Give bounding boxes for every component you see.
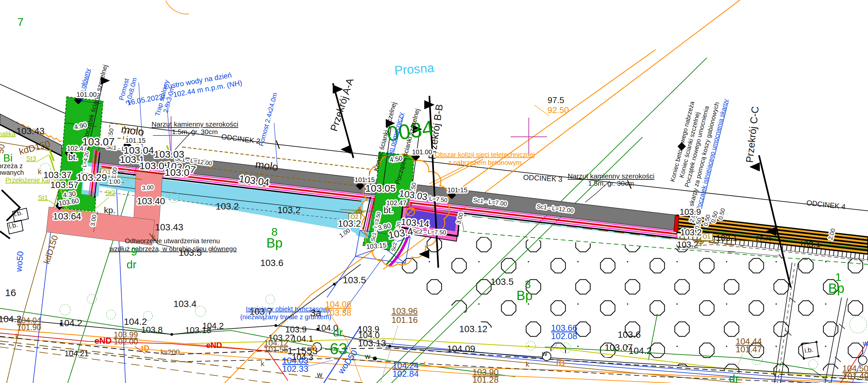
map-label: Obszar kolizji sieci teletechnicznej: [435, 151, 535, 158]
map-label: i.b.: [804, 346, 813, 354]
map-label: eND: [206, 341, 222, 350]
map-label: 103.0: [164, 167, 189, 178]
map-label: tD: [141, 344, 149, 353]
gravel-hatch-field: [378, 233, 868, 377]
map-label: Prosna: [394, 61, 435, 77]
map-label: Narzut kamienny szerokości: [568, 172, 655, 180]
map-label: 1.5m, gr. 30cm: [588, 179, 634, 187]
map-label: ODCINEK 3: [523, 173, 563, 183]
map-label: 103.5: [491, 276, 514, 287]
map-label: 103.5: [179, 247, 202, 258]
map-label: Bi: [3, 152, 12, 164]
map-label: k: [526, 360, 530, 369]
map-label: 102.08: [551, 331, 577, 341]
map-label: 103.2: [216, 201, 239, 211]
map-label: 103.2: [277, 205, 301, 215]
map-label: wo50: [13, 251, 25, 273]
map-label: 103.43: [155, 222, 183, 232]
map-label: l.b.: [8, 221, 18, 230]
map-label: Przekrój A-A: [328, 77, 356, 132]
site-plan-canvas: 7ProsnaLustro wody na dzień16.05.2023r. …: [0, 0, 868, 383]
map-label: St3: [26, 155, 36, 162]
map-label: w: [542, 349, 547, 358]
map-label: 101.16: [392, 315, 418, 325]
map-label: 103.2: [677, 240, 698, 249]
map-label: k: [261, 359, 265, 368]
map-label: 101.90: [17, 323, 41, 332]
map-label: bt.: [68, 152, 78, 162]
map-label: dr: [126, 258, 136, 271]
map-label: 101.49: [843, 371, 868, 381]
map-label: 102.84: [392, 369, 419, 379]
map-label: O1: [703, 233, 710, 240]
map-label: 101.00: [412, 148, 432, 156]
map-label: Przekrój C-C: [744, 106, 761, 163]
map-label: 104.2: [124, 317, 147, 327]
map-label: Sc2 - L=7.50: [412, 228, 446, 236]
map-label: 92.50: [547, 105, 569, 115]
map-label: ks200: [160, 348, 180, 356]
map-label: 103.1: [716, 233, 737, 243]
map-label: 7: [18, 16, 24, 28]
map-label: 101.15: [125, 137, 145, 144]
map-label: 104.2: [59, 318, 82, 328]
map-label: St2: [105, 189, 115, 196]
map-label: bt.: [384, 205, 393, 215]
map-label: 104.2: [202, 321, 224, 331]
map-label: k: [38, 168, 42, 176]
map-label: ODCINEK 4: [806, 199, 846, 211]
map-label: 103.29: [76, 172, 107, 183]
map-label: 103.07: [82, 136, 115, 148]
map-label: Bp: [517, 288, 533, 303]
map-label: 104.0: [316, 323, 338, 333]
map-label: 16: [5, 287, 16, 298]
map-label: 101.15: [354, 176, 375, 183]
map-label: dr: [729, 372, 739, 383]
map-label: 27.75: [756, 235, 772, 242]
map-label: 101.15: [447, 186, 467, 194]
map-label: kp.: [104, 205, 116, 215]
map-label: k: [16, 332, 20, 341]
map-label: 1.00: [108, 178, 120, 185]
map-label: efabrykowanych: [0, 169, 24, 176]
map-label: Bp: [267, 236, 283, 250]
map-label: 9: [131, 245, 137, 258]
map-label: Bp: [828, 281, 844, 295]
map-label: 103.64: [53, 211, 81, 222]
map-label: wzdłuż nabrzeża, w obrębie slipu główneg…: [109, 245, 237, 253]
map-label: 102.00: [114, 337, 138, 346]
map-label: 102.47: [386, 199, 406, 207]
map-label: 103.57: [50, 180, 79, 190]
map-label: 103.4: [174, 299, 196, 309]
map-label: Odtworzenie utwardzenia terenu: [125, 237, 220, 244]
map-label: kdD150: [41, 234, 60, 265]
map-label: 63: [330, 340, 347, 358]
map-label: eND: [94, 336, 112, 346]
map-label: 0.50: [717, 208, 726, 220]
map-label: St1: [38, 194, 48, 201]
map-label: w: [365, 352, 370, 360]
map-label: 104.0: [358, 330, 379, 340]
map-label: 3.00: [142, 184, 154, 192]
map-label: Narzut kamienny szerokości: [152, 120, 239, 128]
map-label: 103.6: [260, 258, 283, 268]
map-label: 104.1: [292, 334, 313, 344]
map-label: 103.40: [137, 196, 165, 206]
map-label: 103.9: [285, 325, 307, 334]
map-label: 103.2: [680, 227, 702, 237]
map-label: 3a: [310, 307, 321, 318]
map-label: 104.2: [628, 346, 652, 356]
map-label: 103.96: [392, 306, 418, 316]
map-label: 97.5: [548, 95, 564, 105]
map-label: 101.47: [736, 344, 762, 354]
map-label: w: [317, 371, 322, 379]
map-label: l.b.: [13, 208, 23, 218]
map-label: e kanalika: [0, 130, 16, 138]
map-label: 103.38: [325, 308, 351, 318]
map-label: 103.43: [16, 126, 44, 136]
map-label: 103.1: [799, 239, 820, 249]
map-label: ODCINEK 2: [221, 132, 261, 145]
map-label: 101.28: [472, 375, 499, 383]
map-label: 102.33: [282, 364, 309, 374]
map-label: w: [862, 339, 868, 347]
